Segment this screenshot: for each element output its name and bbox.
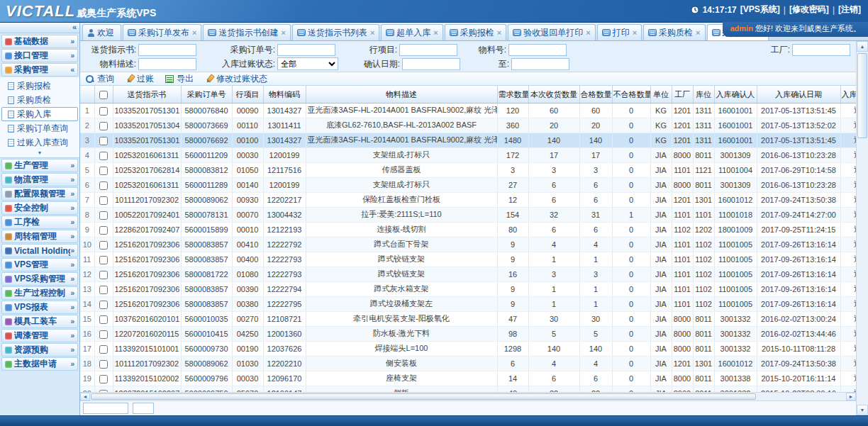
tab-purchase-inspection[interactable]: 采购报检× [445,24,506,40]
sidebar-item-purchase-inbound[interactable]: 采购入库 [1,107,78,121]
table-row[interactable]: 1112516201709230658000838570040012222793… [80,252,856,267]
table-row[interactable]: 912286201709240756000158990001012122193连… [80,222,856,237]
sidebar-item-quality-check[interactable]: 采购质检 [1,93,78,107]
table-row[interactable]: 41025320160613115600011209000301200199支架… [80,147,856,162]
row-checkbox[interactable] [99,360,108,369]
scroll-left-icon[interactable]: ◄ [80,393,90,400]
confirm-date-to-input[interactable] [511,58,569,70]
sidebar-group-interface[interactable]: 接口管理» [1,49,78,62]
sidebar-group-resource[interactable]: 资源预购» [1,343,78,357]
scroll-down-icon[interactable]: ▼ [0,150,79,157]
table-row[interactable]: 1412516201709230658000838570038012222795… [80,296,856,311]
posting-status-select[interactable]: 全部 [277,57,338,70]
sidebar-group-mold[interactable]: 模具工装车» [1,315,78,328]
close-icon[interactable]: × [497,28,501,37]
row-checkbox[interactable] [99,226,108,235]
sidebar-group-purchase[interactable]: 采购管理« [1,63,78,77]
tab-po-publish[interactable]: 采购订单发布× [123,24,201,40]
tab-return-print[interactable]: 验收退回单打印× [508,24,595,40]
change-password-link[interactable]: [修改密码] [789,4,829,16]
page-size-box[interactable] [83,403,128,414]
table-row[interactable]: 1212516201709230658000817220108012222793… [80,267,856,281]
table-row[interactable]: 1312516201709230658000838570039012222794… [80,281,856,296]
page-input[interactable] [133,403,154,414]
close-icon[interactable]: × [633,28,637,37]
sidebar-group-vps[interactable]: VPS管理» [1,258,78,271]
row-checkbox[interactable] [99,286,108,294]
close-icon[interactable]: × [370,28,374,37]
export-button[interactable]: 导出 [165,73,194,85]
post-button[interactable]: 过账 [126,73,154,85]
sidebar-group-production-control[interactable]: 生产过程控制» [1,286,78,300]
sidebar-item-purchase-inspection[interactable]: 采购报检 [1,79,78,93]
tab-delivery-note-create[interactable]: 送货指示书创建× [203,24,290,40]
close-icon[interactable]: × [696,28,700,37]
close-icon[interactable]: × [281,28,285,37]
sidebar-group-master-data[interactable]: 主数据申请» [1,357,78,371]
row-checkbox[interactable] [99,241,108,250]
row-checkbox[interactable] [99,152,108,160]
table-row[interactable]: 1012516201709230658000838570041012222792… [80,237,856,252]
row-checkbox[interactable] [99,211,108,220]
line-item-input[interactable] [399,44,457,56]
row-checkbox[interactable] [99,256,108,264]
table-row[interactable]: 1510376201602010156000100350027012108721… [80,311,856,326]
table-row[interactable]: 1911339201510200256000097960003012096170… [80,371,856,386]
sidebar-item-po-query[interactable]: 采购订单查询 [1,121,78,135]
sidebar-group-basic-data[interactable]: 基础数据» [1,35,78,48]
sidebar-group-vps-report[interactable]: VPS报表» [1,301,78,314]
table-row[interactable]: 810052201709240158000781310007013004432拉… [80,207,856,222]
sidebar-group-production[interactable]: 生产管理» [1,159,78,172]
table-row[interactable]: 1612207201602011556000104150425012001360… [80,326,856,341]
query-button[interactable]: 查询 [86,73,114,85]
plant-input[interactable] [792,44,850,56]
row-checkbox[interactable] [99,271,108,279]
material-number-input[interactable] [508,44,567,56]
sidebar-group-logistics[interactable]: 物流管理» [1,173,78,186]
horizontal-scrollbar[interactable]: ◄ ► [80,392,856,400]
close-icon[interactable]: × [433,28,438,37]
sidebar-group-quota[interactable]: 配置限额管理» [1,187,78,201]
table-row[interactable]: 310335201705130158000766920010013014327亚… [80,133,856,147]
sidebar-group-victall-holding[interactable]: Victall Holding» [1,244,78,257]
sidebar-group-security[interactable]: 安全控制» [1,201,78,215]
modify-posting-status-button[interactable]: 修改过账状态 [205,73,267,85]
tab-over-receipt[interactable]: 超单入库× [381,24,443,40]
vertical-scrollbar[interactable]: ▲ ▼ [856,41,868,415]
sidebar-group-paint[interactable]: 调漆管理» [1,329,78,342]
scroll-up-icon[interactable]: ▲ [857,41,868,52]
table-row[interactable]: 1810111201709230258000890620103012202210… [80,356,856,371]
scroll-down-icon[interactable]: ▼ [857,405,868,415]
row-checkbox[interactable] [99,345,108,354]
row-checkbox[interactable] [99,181,108,190]
table-row[interactable]: 710111201709230258000890620093012202217保… [80,192,856,207]
tab-quality-check[interactable]: 采购质检× [643,24,705,40]
sidebar-group-vps-purchase[interactable]: VPS采购管理» [1,272,78,286]
select-all-checkbox[interactable] [99,91,108,99]
row-checkbox[interactable] [99,330,108,339]
tab-delivery-note-list[interactable]: 送货指示书列表× [292,24,379,40]
table-row[interactable]: 2012207201510220756000097500597012100147… [80,386,856,392]
h-scroll-track[interactable] [90,393,846,400]
table-row[interactable]: 110335201705130158000768400009013014327亚… [80,103,856,118]
collapse-icon[interactable]: « [72,23,77,31]
sidebar-item-posting-query[interactable]: 过账入库查询 [1,135,78,150]
row-checkbox[interactable] [99,167,108,175]
scroll-right-icon[interactable]: ► [846,393,856,400]
material-desc-input[interactable] [138,58,196,70]
row-checkbox[interactable] [99,107,108,116]
close-icon[interactable]: × [192,28,196,37]
row-checkbox[interactable] [99,122,108,130]
confirm-date-from-input[interactable] [402,58,460,70]
sidebar-group-container[interactable]: 周转箱管理» [1,230,78,243]
close-icon[interactable]: × [586,28,590,37]
table-row[interactable]: 510253201706281458000838120105012117516传… [80,162,856,177]
sidebar-group-process-inspection[interactable]: 工序检» [1,215,78,229]
table-row[interactable]: 210335201705130458000736690011013011411底… [80,118,856,133]
table-row[interactable]: 1711339201510100156000097300019012037626… [80,341,856,356]
row-checkbox[interactable] [99,315,108,324]
vps-system-link[interactable]: [VPS系统] [740,4,780,16]
row-checkbox[interactable] [99,137,108,145]
po-number-input[interactable] [277,44,335,56]
tab-print[interactable]: 打印× [597,24,642,40]
